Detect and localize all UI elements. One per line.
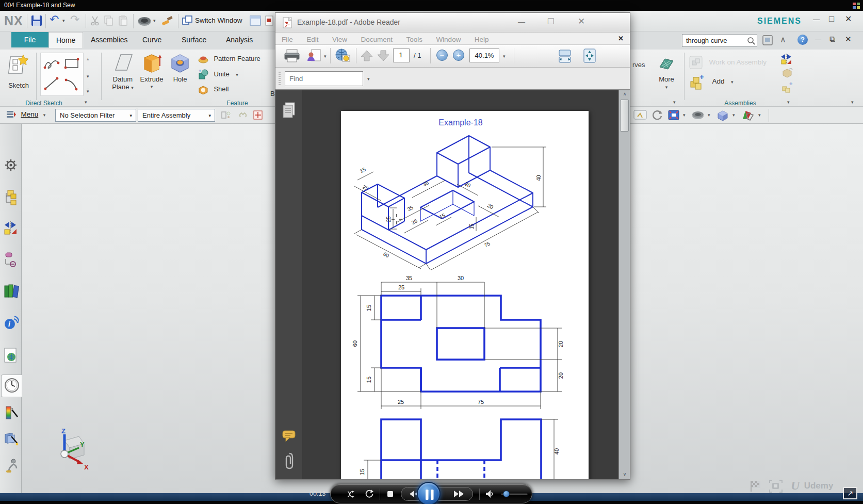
- palette-scroll-up-icon[interactable]: ▴: [87, 57, 89, 61]
- redo-icon[interactable]: ↷: [70, 14, 79, 25]
- hole-button[interactable]: Hole: [167, 52, 193, 101]
- show-shortcuts-icon[interactable]: [633, 109, 647, 123]
- player-volume-icon[interactable]: [485, 490, 496, 499]
- find-caret-icon[interactable]: ▾: [367, 77, 370, 82]
- fit-page-icon[interactable]: [583, 48, 596, 66]
- previous-page-icon[interactable]: [360, 50, 373, 64]
- command-window-icon[interactable]: [762, 35, 773, 47]
- copy-icon[interactable]: [104, 15, 114, 28]
- history-clock-icon[interactable]: [4, 378, 20, 395]
- search-icon[interactable]: [746, 36, 756, 45]
- nx-close-button[interactable]: ✕: [845, 15, 852, 23]
- zoom-caret-icon[interactable]: ▾: [503, 54, 506, 59]
- materials-icon[interactable]: [5, 405, 18, 422]
- spot-actor-icon[interactable]: [5, 458, 19, 475]
- adobe-menu-document[interactable]: Document: [361, 36, 393, 43]
- pdf-pinned-icon[interactable]: [265, 15, 274, 28]
- extrude-button[interactable]: Extrude ▾: [137, 52, 166, 101]
- player-fast-forward-icon[interactable]: [453, 491, 465, 498]
- constraint-navigator-icon[interactable]: [4, 221, 18, 237]
- collaborate-caret-icon[interactable]: ▾: [324, 54, 327, 59]
- selection-filter-dropdown[interactable]: No Selection Filter ▾: [55, 109, 136, 122]
- web-tool-icon[interactable]: [334, 48, 351, 66]
- ribbon-overflow-caret-icon[interactable]: ▾: [851, 100, 854, 105]
- zoom-out-button[interactable]: −: [436, 50, 448, 61]
- command-finder-input[interactable]: [685, 35, 745, 46]
- shell-button[interactable]: Shell: [198, 84, 229, 95]
- scroll-down-icon[interactable]: ∧: [619, 472, 630, 477]
- attachments-panel-icon[interactable]: [284, 451, 295, 472]
- adobe-menu-help[interactable]: Help: [475, 36, 489, 43]
- pattern-feature-button[interactable]: Pattern Feature: [198, 54, 260, 65]
- child-restore-icon[interactable]: ⧉: [829, 35, 835, 43]
- wrench-tool-icon[interactable]: [238, 110, 249, 122]
- save-icon[interactable]: [31, 15, 42, 28]
- point-constructor-icon[interactable]: [253, 110, 263, 122]
- render-style-caret-icon[interactable]: ▾: [708, 113, 710, 118]
- palette-scroll-down-icon[interactable]: ▾: [87, 74, 89, 79]
- browser-page-icon[interactable]: [4, 348, 18, 365]
- more-group-caret-icon[interactable]: ▾: [673, 100, 676, 105]
- adobe-minimize-button[interactable]: —: [518, 18, 525, 25]
- adobe-titlebar[interactable]: Example-18.pdf - Adobe Reader — □ ✕: [275, 13, 630, 32]
- add-component-button[interactable]: + Add ▾: [689, 73, 733, 91]
- profile-curve-icon[interactable]: [43, 55, 60, 75]
- switch-window-icon[interactable]: [182, 15, 192, 28]
- snap-point-icon[interactable]: [221, 110, 232, 122]
- child-minimize-icon[interactable]: —: [815, 37, 821, 43]
- effects-icon[interactable]: [741, 109, 755, 123]
- adobe-menu-view[interactable]: View: [332, 36, 347, 43]
- undo-icon[interactable]: ↶: [50, 14, 59, 25]
- pattern-component-icon[interactable]: +: [781, 80, 794, 95]
- minimize-ribbon-icon[interactable]: ∧: [780, 36, 786, 44]
- window-icon[interactable]: [250, 15, 261, 28]
- format-painter-icon[interactable]: [161, 15, 173, 28]
- refresh-view-icon[interactable]: [651, 109, 663, 123]
- web-info-icon[interactable]: i: [4, 316, 19, 332]
- zoom-level-box[interactable]: 40.1%: [469, 48, 499, 62]
- fit-view-icon[interactable]: [667, 109, 680, 123]
- palette-more-icon[interactable]: ▾: [87, 89, 89, 94]
- render-style-icon[interactable]: [691, 110, 705, 122]
- part-navigator-icon[interactable]: [4, 252, 18, 269]
- arc-tool-icon[interactable]: [63, 75, 81, 94]
- tab-analysis[interactable]: Analysis: [219, 32, 260, 47]
- sketch-button[interactable]: Sketch: [4, 52, 33, 99]
- next-page-icon[interactable]: [377, 50, 390, 64]
- fit-caret-icon[interactable]: ▾: [683, 113, 686, 118]
- assemblies-group-caret-icon[interactable]: ▾: [787, 100, 790, 105]
- scroll-up-icon[interactable]: ∧: [619, 91, 630, 96]
- plot-icon[interactable]: [137, 15, 152, 29]
- find-input[interactable]: [288, 72, 362, 85]
- taskbar-grid-icon[interactable]: [853, 2, 860, 9]
- player-shuffle-icon[interactable]: [347, 490, 355, 498]
- player-stop-icon[interactable]: [387, 491, 394, 497]
- nx-maximize-button[interactable]: □: [829, 14, 834, 23]
- paste-icon[interactable]: [118, 15, 128, 28]
- assembly-navigator-icon[interactable]: [4, 190, 18, 207]
- pages-panel-icon[interactable]: [282, 102, 297, 121]
- more-button[interactable]: More ▾: [652, 54, 681, 99]
- roles-gear-icon[interactable]: [5, 159, 17, 173]
- nx-minimize-button[interactable]: —: [813, 16, 820, 23]
- player-volume-knob[interactable]: [503, 491, 510, 497]
- datum-plane-button[interactable]: Datum Plane ▾: [108, 52, 137, 101]
- adobe-close-button[interactable]: ✕: [578, 17, 585, 26]
- zoom-in-button[interactable]: +: [453, 50, 464, 61]
- direct-sketch-group-caret-icon[interactable]: ▾: [85, 100, 87, 105]
- tab-surface[interactable]: Surface: [174, 32, 214, 47]
- collaborate-icon[interactable]: [306, 48, 322, 65]
- adobe-menu-window[interactable]: Window: [436, 36, 461, 43]
- adobe-menu-edit[interactable]: Edit: [306, 36, 318, 43]
- switch-window-button[interactable]: Switch Window: [195, 17, 242, 24]
- effects-caret-icon[interactable]: ▾: [758, 113, 761, 118]
- player-pause-button[interactable]: [417, 482, 441, 504]
- adobe-menu-tools[interactable]: Tools: [406, 36, 422, 43]
- selection-scope-dropdown[interactable]: Entire Assembly ▾: [138, 109, 215, 122]
- assembly-constraints-icon[interactable]: [780, 53, 793, 67]
- move-component-icon[interactable]: [781, 67, 793, 80]
- menu-button[interactable]: Menu ▾: [6, 109, 45, 119]
- pdf-scrollbar[interactable]: ∧ ∧: [618, 90, 630, 479]
- menubar-close-icon[interactable]: ✕: [618, 35, 624, 42]
- tab-assemblies[interactable]: Assemblies: [84, 32, 135, 47]
